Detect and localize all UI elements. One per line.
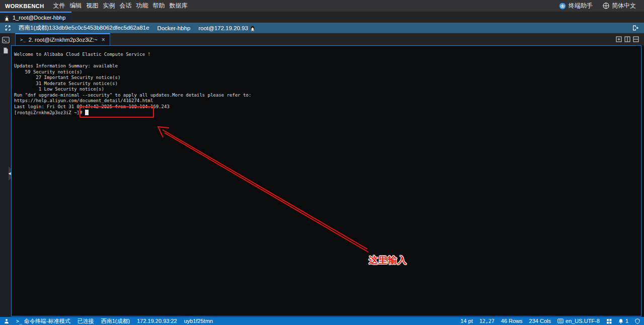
user-host-label: root@172.19.20.93: [198, 25, 255, 31]
grid-apps-icon[interactable]: [606, 318, 612, 324]
terminal-glyph-icon: >_: [20, 37, 26, 42]
menu-view[interactable]: 视图: [86, 0, 100, 12]
status-bar-right: 14 pt 12,27 46 Rows 234 Cols en_US.UTF-8: [460, 318, 640, 324]
terminal-output: Welcome to Alibaba Cloud Elastic Compute…: [14, 52, 251, 110]
globe-icon: [603, 3, 609, 9]
terminal-assistant-label: 终端助手: [569, 2, 593, 10]
terminal-panel-icon[interactable]: [2, 36, 10, 44]
file-manager-icon[interactable]: [2, 47, 10, 54]
menu-function[interactable]: 功能: [135, 0, 149, 12]
session-tab-bar: 1_root@Docker-hbhp: [0, 12, 644, 23]
shield-icon[interactable]: [635, 318, 640, 324]
terminal-prompt-line: [root@iZrnkhm2p3oz3iZ ~]#: [14, 110, 89, 116]
tux-penguin-icon: [250, 25, 255, 31]
host-port-label: 172.19.20.93:22: [137, 318, 177, 324]
app-logo: WORKBENCH: [5, 3, 44, 9]
terminal-prompt: [root@iZrnkhm2p3oz3iZ ~]#: [14, 110, 85, 115]
notification-count: 1: [625, 318, 628, 324]
session-tab-label: 1_root@Docker-hbhp: [13, 15, 65, 21]
user-icon[interactable]: [4, 318, 9, 324]
terminal-panel[interactable]: Welcome to Alibaba Cloud Elastic Compute…: [11, 45, 641, 316]
notifications-indicator[interactable]: 1: [618, 318, 628, 324]
new-terminal-icon[interactable]: [616, 36, 622, 42]
chevron-left-icon: ◀: [8, 172, 11, 176]
font-size-indicator[interactable]: 14 pt: [460, 318, 472, 324]
connection-status: 已连接: [77, 317, 94, 325]
status-bar-left: >_ 命令终端-标准模式 已连接 西南1(成都) 172.19.20.93:22…: [4, 317, 213, 325]
terminal-glyph-icon: >_: [16, 318, 22, 324]
workbench-app: WORKBENCH 文件 编辑 视图 实例 会话 功能 帮助 数据库: [0, 0, 644, 325]
terminal-tab-actions: [616, 33, 639, 45]
status-bar: >_ 命令终端-标准模式 已连接 西南1(成都) 172.19.20.93:22…: [0, 317, 644, 325]
region-instance-id: 西南1(成都)133db9e5c0c5453b8062dfec5d62a81e: [19, 24, 149, 32]
cols-indicator: 234 Cols: [529, 318, 551, 324]
tux-penguin-icon: [4, 15, 10, 21]
keyboard-icon: [557, 318, 564, 323]
split-vertical-icon[interactable]: [624, 36, 630, 42]
menu-session[interactable]: 会话: [119, 0, 133, 12]
disconnect-icon[interactable]: [632, 25, 639, 31]
menu-database[interactable]: 数据库: [169, 0, 189, 12]
menu-instance[interactable]: 实例: [102, 0, 116, 12]
left-sidebar: ◀: [0, 33, 11, 317]
encoding-label: en_US.UTF-8: [566, 318, 600, 324]
menu-bar-right: 终端助手 简体中文: [559, 2, 636, 10]
region-label: 西南1(成都): [101, 317, 130, 325]
terminal-tab-active[interactable]: >_ 2. root@iZrnkhm2p3oz3iZ:~ ×: [15, 33, 110, 45]
main-menu: 文件 编辑 视图 实例 会话 功能 帮助 数据库: [52, 0, 189, 12]
menu-help[interactable]: 帮助: [152, 0, 166, 12]
close-icon[interactable]: ×: [102, 36, 105, 43]
connection-bar: 西南1(成都)133db9e5c0c5453b8062dfec5d62a81e …: [0, 23, 644, 33]
user-host-text: root@172.19.20.93: [198, 25, 248, 31]
menu-file[interactable]: 文件: [52, 0, 66, 12]
terminal-mode-indicator[interactable]: >_ 命令终端-标准模式: [16, 317, 70, 325]
language-selector[interactable]: 简体中文: [603, 2, 636, 10]
split-horizontal-icon[interactable]: [633, 36, 639, 42]
terminal-mode-label: 命令终端-标准模式: [24, 317, 70, 325]
hostname-label: Docker-hbhp: [157, 25, 191, 31]
terminal-assistant-button[interactable]: 终端助手: [559, 2, 593, 10]
bell-icon: [618, 318, 623, 324]
cursor-position-indicator: 12,27: [479, 318, 495, 324]
instance-id-label: uyb1f25tmn: [184, 318, 213, 324]
terminal-tab-bar: >_ 2. root@iZrnkhm2p3oz3iZ:~ ×: [11, 33, 644, 45]
expand-icon[interactable]: [5, 25, 11, 31]
terminal-cursor: [85, 110, 89, 115]
robot-icon: [559, 3, 566, 10]
language-label: 简体中文: [612, 2, 636, 10]
session-tab-active[interactable]: 1_root@Docker-hbhp: [0, 12, 71, 23]
encoding-selector[interactable]: en_US.UTF-8: [557, 318, 600, 324]
menu-edit[interactable]: 编辑: [69, 0, 83, 12]
annotation-label: 这里输入: [369, 254, 407, 266]
menu-bar: WORKBENCH 文件 编辑 视图 实例 会话 功能 帮助 数据库: [0, 0, 644, 12]
rows-indicator: 46 Rows: [501, 318, 523, 324]
terminal-tab-label: 2. root@iZrnkhm2p3oz3iZ:~: [29, 37, 98, 43]
